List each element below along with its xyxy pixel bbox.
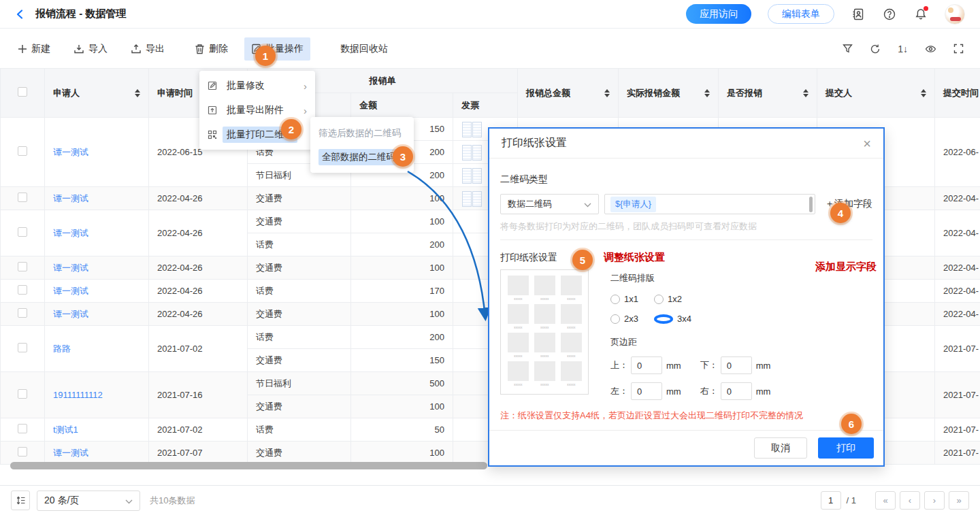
row-checkbox[interactable]	[18, 285, 27, 295]
next-page-button[interactable]: ›	[924, 491, 945, 510]
notification-bell-icon[interactable]	[913, 7, 928, 22]
applicant-link[interactable]: t测试1	[53, 425, 78, 435]
invoice-thumbnail[interactable]	[461, 190, 482, 207]
submit-time-cell: 2021-07-	[935, 442, 980, 465]
submit-time-cell: 2021-07-	[935, 326, 980, 372]
contacts-icon[interactable]	[851, 7, 866, 22]
applicant-link[interactable]: 谭一测试	[53, 286, 88, 296]
refresh-icon[interactable]	[870, 44, 881, 54]
sort-control[interactable]	[921, 89, 926, 97]
prev-page-button[interactable]: ‹	[900, 491, 920, 510]
row-checkbox[interactable]	[18, 146, 27, 156]
col-invoice: 发票	[453, 93, 518, 118]
cancel-button[interactable]: 取消	[754, 437, 807, 459]
layout-radio-1x2[interactable]: 1x2	[654, 294, 789, 304]
margin-input[interactable]	[631, 356, 662, 374]
applicant-link[interactable]: 路路	[53, 344, 71, 354]
amount-cell: 170	[351, 280, 453, 303]
row-checkbox[interactable]	[18, 262, 27, 271]
layout-radio-1x1[interactable]: 1x1	[610, 294, 654, 304]
export-button[interactable]: 导出	[124, 37, 172, 61]
row-height-button[interactable]	[11, 491, 30, 510]
recycle-bin-button[interactable]: 数据回收站	[333, 37, 395, 61]
field-tag[interactable]: ${申请人}	[610, 197, 656, 212]
last-page-button[interactable]: »	[949, 491, 969, 510]
app-screen: 报销流程 - 数据管理 应用访问 编辑表单 新建 导入	[0, 0, 980, 515]
sort-icon[interactable]: 1↓	[898, 44, 908, 54]
applicant-link[interactable]: 谭一测试	[53, 309, 88, 319]
col-reimbursed: 是否报销	[727, 87, 762, 99]
visibility-eye-icon[interactable]	[925, 44, 936, 54]
print-button[interactable]: 打印	[818, 437, 874, 459]
category-cell: 话费	[248, 280, 351, 303]
col-apply-time: 申请时间	[157, 88, 193, 98]
delete-button[interactable]: 删除	[188, 37, 235, 61]
plus-icon	[18, 44, 27, 54]
menu-item-batch-modify[interactable]: 批量修改›	[199, 73, 315, 98]
qrcode-icon	[208, 130, 217, 139]
import-icon	[74, 44, 84, 54]
qr-type-select[interactable]: 数据二维码	[500, 194, 599, 214]
help-icon[interactable]	[882, 7, 897, 22]
applicant-link[interactable]: 19111111112	[53, 390, 103, 400]
row-checkbox[interactable]	[18, 227, 27, 237]
applicant-cell: 谭一测试	[45, 303, 149, 326]
new-button[interactable]: 新建	[11, 37, 57, 61]
select-all-checkbox[interactable]	[18, 87, 27, 97]
margin-input[interactable]	[631, 382, 662, 400]
row-checkbox[interactable]	[18, 308, 27, 318]
applicant-link[interactable]: 谭一测试	[53, 193, 88, 203]
apply-time-cell: 2021-07-16	[149, 372, 248, 418]
table-header: 申请人 申请时间 报销单 报销总金额 实际报销金额 是否报销 提交人 提交时间 …	[1, 69, 980, 118]
col-applicant: 申请人	[53, 87, 80, 99]
layout-radio-3x4[interactable]: 3x4	[654, 314, 789, 324]
user-avatar[interactable]	[945, 4, 965, 24]
batch-operations-button[interactable]: 批量操作	[244, 37, 310, 61]
qr-layout-label: 二维码排版	[610, 272, 789, 284]
applicant-link[interactable]: 谭一测试	[53, 263, 88, 273]
first-page-button[interactable]: «	[875, 491, 896, 510]
page-size-select[interactable]: 20 条/页	[37, 491, 140, 511]
submenu-filtered-data-qrcode[interactable]: 筛选后数据的二维码	[310, 121, 414, 145]
sort-control[interactable]	[704, 89, 710, 97]
row-checkbox[interactable]	[18, 343, 27, 352]
layout-radio-group: 1x11x22x33x4	[610, 294, 789, 324]
margin-input[interactable]	[721, 382, 752, 400]
applicant-link[interactable]: 谭一测试	[53, 448, 88, 458]
import-button[interactable]: 导入	[67, 37, 114, 61]
submit-time-cell: 2022-06-	[935, 118, 980, 187]
amount-cell: 100	[351, 210, 453, 233]
row-checkbox[interactable]	[18, 193, 27, 202]
qr-preview-cell: xxxxx	[507, 304, 529, 331]
invoice-thumbnail[interactable]	[461, 144, 482, 161]
horizontal-scrollbar-thumb[interactable]	[10, 462, 487, 469]
page-number-input[interactable]	[821, 491, 841, 510]
qr-field-input[interactable]: ${申请人}	[604, 194, 815, 214]
menu-item-batch-export-attachments[interactable]: 批量导出附件›	[199, 98, 315, 122]
row-checkbox[interactable]	[18, 389, 27, 399]
app-access-button[interactable]: 应用访问	[686, 4, 751, 24]
invoice-thumbnail[interactable]	[461, 121, 482, 137]
applicant-link[interactable]: 谭一测试	[53, 147, 88, 157]
amount-cell: 100	[351, 442, 453, 465]
layout-radio-2x3[interactable]: 2x3	[610, 314, 654, 324]
applicant-link[interactable]: 谭一测试	[53, 228, 88, 238]
sort-control[interactable]	[803, 89, 808, 97]
invoice-thumbnail[interactable]	[461, 167, 482, 184]
margin-input[interactable]	[721, 356, 752, 374]
row-checkbox[interactable]	[18, 447, 27, 456]
input-scrollbar-thumb[interactable]	[809, 197, 813, 212]
back-button[interactable]	[15, 9, 26, 20]
total-count-text: 共10条数据	[150, 495, 195, 507]
filter-icon[interactable]	[843, 44, 853, 54]
category-cell: 话费	[248, 326, 351, 349]
sort-control[interactable]	[604, 89, 610, 97]
submit-time-cell: 2021-07-	[935, 372, 980, 418]
fullscreen-icon[interactable]	[953, 44, 964, 54]
edit-form-button[interactable]: 编辑表单	[768, 4, 834, 24]
close-icon[interactable]: ×	[863, 137, 871, 150]
row-checkbox[interactable]	[18, 424, 27, 433]
sort-control[interactable]	[135, 89, 140, 97]
qr-preview-cell: xxxxx	[534, 304, 555, 331]
chevron-right-icon: ›	[304, 105, 307, 116]
